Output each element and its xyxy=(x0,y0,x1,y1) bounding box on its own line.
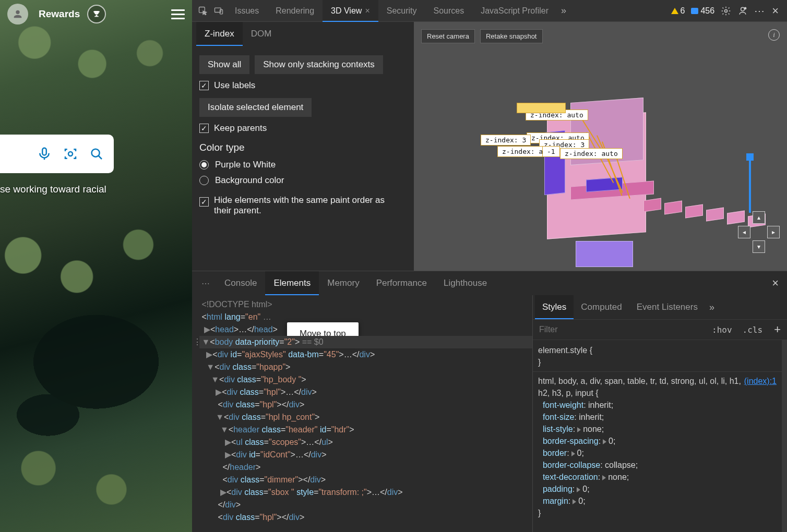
warnings-badge[interactable]: 6 xyxy=(671,6,685,16)
zindex-label: z-index: 3 xyxy=(481,135,531,146)
styles-panel: Styles Computed Event Listeners » :hov .… xyxy=(532,295,787,532)
keep-parents-label: Keep parents xyxy=(214,123,267,134)
hide-same-checkbox[interactable] xyxy=(199,197,209,207)
mic-icon[interactable] xyxy=(37,146,52,162)
tab-jsprofiler[interactable]: JavaScript Profiler xyxy=(472,0,557,22)
layer-block xyxy=(643,198,661,212)
hide-same-label: Hide elements with the same paint order … xyxy=(214,195,386,216)
use-labels-label: Use labels xyxy=(214,80,255,91)
layer-block xyxy=(706,208,724,222)
info-icon[interactable]: i xyxy=(768,29,780,41)
trophy-icon[interactable] xyxy=(87,5,106,23)
feedback-icon[interactable] xyxy=(737,6,748,16)
zindex-label: -1 xyxy=(542,146,560,157)
tabs-overflow-icon[interactable]: » xyxy=(557,5,570,16)
radio-bgcolor[interactable] xyxy=(199,176,209,185)
page-header: Rewards xyxy=(0,0,192,28)
more-icon[interactable]: ⋯ xyxy=(754,5,766,17)
nav-down-icon[interactable]: ▾ xyxy=(753,240,765,253)
svg-point-6 xyxy=(725,9,728,12)
drawer-close-icon[interactable]: × xyxy=(772,276,779,290)
hov-button[interactable]: :hov xyxy=(707,325,737,335)
layer-block xyxy=(685,204,703,219)
subtab-styles[interactable]: Styles xyxy=(535,295,574,319)
svg-point-2 xyxy=(92,149,100,157)
inspect-icon[interactable] xyxy=(195,3,211,19)
subtab-zindex[interactable]: Z-index xyxy=(196,22,243,46)
menu-icon[interactable] xyxy=(171,9,185,19)
tab-performance[interactable]: Performance xyxy=(368,271,435,295)
avatar[interactable] xyxy=(7,4,28,25)
layer-marker xyxy=(746,153,754,161)
svg-point-1 xyxy=(68,152,73,156)
styles-rules[interactable]: element.style { } (index):1html, body, a… xyxy=(533,340,787,532)
drawer-tabbar: ⋯ Console Elements Memory Performance Li… xyxy=(192,271,787,295)
retake-snapshot-button[interactable]: Retake snapshot xyxy=(480,29,543,43)
tab-elements[interactable]: Elements xyxy=(265,271,319,295)
tab-3dview[interactable]: 3D View× xyxy=(323,0,378,22)
use-labels-checkbox[interactable] xyxy=(199,81,209,90)
color-type-heading: Color type xyxy=(199,142,407,153)
3d-canvas[interactable]: Reset camera Retake snapshot i xyxy=(414,22,787,271)
info-badge[interactable]: 456 xyxy=(691,6,714,16)
isolate-button[interactable]: Isolate selected element xyxy=(199,98,312,117)
devtools-tabbar: Issues Rendering 3D View× Security Sourc… xyxy=(192,0,787,22)
tab-console[interactable]: Console xyxy=(216,271,265,295)
3d-nav-pad: ▴ ◂▸ ▾ xyxy=(738,211,780,253)
tab-sources[interactable]: Sources xyxy=(425,0,473,22)
nav-right-icon[interactable]: ▸ xyxy=(767,226,780,238)
nav-left-icon[interactable]: ◂ xyxy=(738,226,750,238)
zindex-sidebar: Z-index DOM Show all Show only stacking … xyxy=(192,22,414,271)
lens-icon[interactable] xyxy=(63,146,78,162)
show-stacking-button[interactable]: Show only stacking contexts xyxy=(255,55,383,74)
rewards-label[interactable]: Rewards xyxy=(39,8,80,20)
svg-point-8 xyxy=(744,7,746,9)
radio-purple-white[interactable] xyxy=(199,160,209,170)
devtools: Issues Rendering 3D View× Security Sourc… xyxy=(192,0,787,532)
tab-lighthouse[interactable]: Lighthouse xyxy=(435,271,495,295)
nav-up-icon[interactable]: ▴ xyxy=(753,211,765,224)
webpage-viewport: Rewards se working toward racial xyxy=(0,0,192,532)
layer-block xyxy=(664,201,682,215)
tab-issues[interactable]: Issues xyxy=(226,0,267,22)
layer-block xyxy=(576,241,633,267)
tab-memory[interactable]: Memory xyxy=(319,271,367,295)
dom-tree[interactable]: Move to top <!DOCTYPE html> <html lang="… xyxy=(192,295,532,532)
cls-button[interactable]: .cls xyxy=(737,325,768,335)
new-rule-icon[interactable]: + xyxy=(768,323,787,336)
gear-icon[interactable] xyxy=(721,6,731,16)
zindex-label xyxy=(517,103,566,113)
show-all-button[interactable]: Show all xyxy=(199,55,249,74)
tab-rendering[interactable]: Rendering xyxy=(267,0,323,22)
svg-rect-0 xyxy=(42,148,46,155)
keep-parents-checkbox[interactable] xyxy=(199,124,209,133)
tab-security[interactable]: Security xyxy=(378,0,425,22)
styles-filter-input[interactable] xyxy=(533,325,707,334)
reset-camera-button[interactable]: Reset camera xyxy=(421,29,475,43)
svg-rect-5 xyxy=(220,9,223,14)
layer-marker xyxy=(749,161,751,213)
svg-point-7 xyxy=(741,7,745,11)
search-icon[interactable] xyxy=(89,146,104,162)
source-link[interactable]: (index):1 xyxy=(744,375,777,387)
subtab-dom[interactable]: DOM xyxy=(243,22,280,46)
devtools-close-icon[interactable]: × xyxy=(772,4,779,18)
subtab-computed[interactable]: Computed xyxy=(574,295,629,319)
subtab-listeners[interactable]: Event Listeners xyxy=(629,295,705,319)
styles-overflow-icon[interactable]: » xyxy=(705,302,719,313)
search-box[interactable] xyxy=(0,135,114,173)
3dview-panel: Z-index DOM Show all Show only stacking … xyxy=(192,22,787,271)
close-icon[interactable]: × xyxy=(365,6,369,16)
headline-text: se working toward racial xyxy=(0,184,106,195)
drawer-more-icon[interactable]: ⋯ xyxy=(196,279,216,288)
zindex-label: z-index: auto xyxy=(560,148,623,159)
device-icon[interactable] xyxy=(211,3,226,19)
devtools-drawer: ⋯ Console Elements Memory Performance Li… xyxy=(192,271,787,532)
